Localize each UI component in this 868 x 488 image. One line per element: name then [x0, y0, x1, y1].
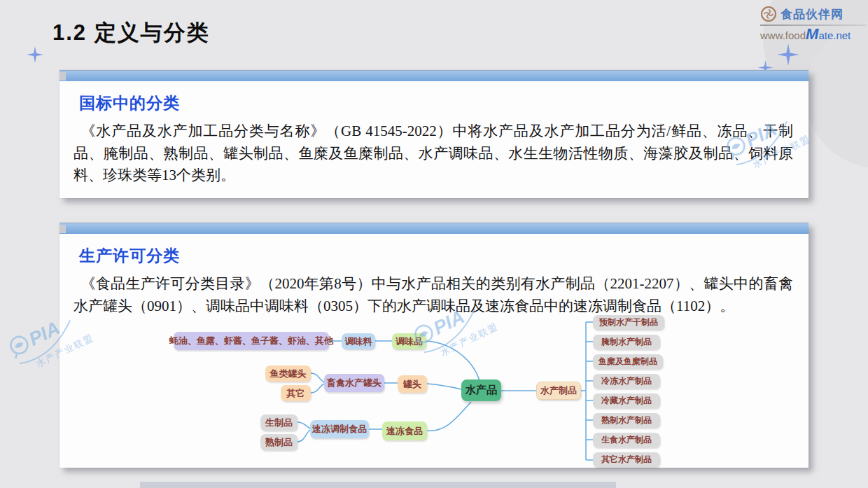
mindmap-leaf-product: 冷冻水产制品: [593, 374, 660, 389]
mindmap-node-cooked: 熟制品: [260, 434, 298, 450]
card-heading: 国标中的分类: [59, 81, 808, 114]
watermark-pia-text: PIA: [26, 317, 64, 350]
mindmap-node-seasoning-leaf: 蚝油、鱼露、虾酱、鱼子酱、虾油、其他: [174, 332, 329, 350]
mindmap-leaf-product: 熟制水产制品: [593, 413, 660, 428]
brand-url-m: M: [806, 27, 818, 42]
mindmap-leaf-product: 预制水产干制品: [593, 315, 664, 330]
card-production-license: 生产许可分类 《食品生产许可分类目录》（2020年第8号）中与水产品相关的类别有…: [59, 223, 808, 468]
brand-url: www.foodMate.net: [760, 27, 867, 42]
brand-logo: 食品伙伴网 www.foodMate.net: [760, 6, 867, 42]
card-body-text: 《水产品及水产加工品分类与名称》（GB 41545-2022）中将水产品及水产加…: [74, 120, 793, 187]
mindmap-root-node: 水产品: [461, 379, 501, 401]
mindmap-leaf-product: 生食水产制品: [593, 433, 660, 447]
brand-url-suffix: ate.net: [818, 29, 850, 41]
page-title: 1.2 定义与分类: [52, 18, 210, 48]
mindmap-node-can: 罐头: [398, 375, 427, 393]
card-national-standard: 国标中的分类 《水产品及水产加工品分类与名称》（GB 41545-2022）中将…: [59, 70, 808, 198]
brand-url-prefix: www.food: [760, 29, 806, 41]
mindmap-leaf-product: 鱼糜及鱼糜制品: [593, 354, 663, 369]
mindmap-leaf-product: 腌制水产制品: [593, 335, 660, 349]
classification-mindmap: 蚝油、鱼露、虾酱、鱼子酱、虾油、其他 调味料 调味品 鱼类罐头 其它 畜禽水产罐…: [59, 223, 808, 468]
card-top-bar: [59, 70, 808, 81]
presentation-slide: 1.2 定义与分类 食品伙伴网 www.foodMate.net 国标中的分类 …: [0, 0, 868, 488]
mindmap-node-seasoning-sub: 调味料: [342, 333, 375, 349]
mindmap-node-products: 水产制品: [536, 382, 581, 400]
mindmap-node-seasoning: 调味品: [392, 333, 426, 349]
mindmap-node-raw: 生制品: [260, 414, 298, 431]
mindmap-leaf-product: 冷藏水产制品: [593, 393, 660, 408]
mindmap-node-frozen: 速冻食品: [382, 421, 427, 440]
mindmap-node-other-can: 其它: [281, 385, 311, 401]
bottom-edge-strip: [140, 482, 616, 488]
brand-name: 食品伙伴网: [780, 6, 844, 22]
mindmap-node-can-sub: 畜禽水产罐头: [324, 374, 384, 392]
mindmap-leaf-product: 其它水产制品: [593, 452, 660, 467]
mindmap-node-frozen-sub: 速冻调制食品: [310, 420, 369, 438]
sparkle-icon: [27, 46, 43, 63]
knot-icon: [760, 6, 777, 22]
mindmap-node-fish-can: 鱼类罐头: [265, 365, 311, 382]
